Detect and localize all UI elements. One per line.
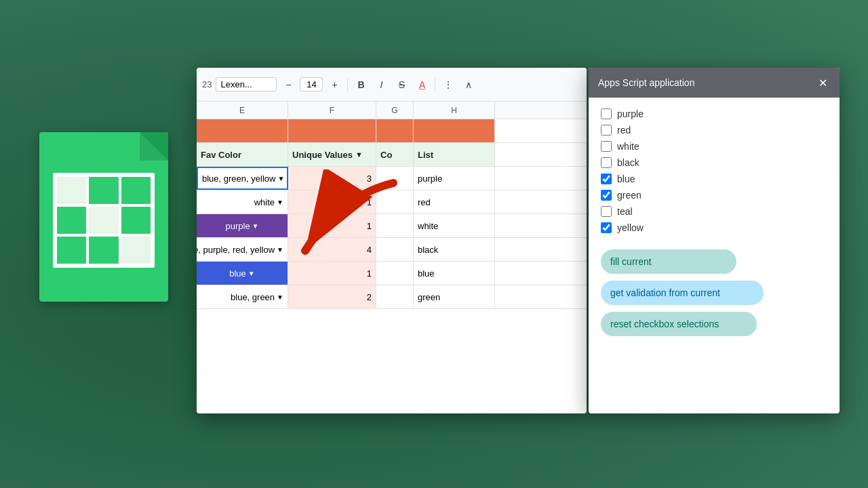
checkbox-black-input[interactable] bbox=[601, 157, 612, 168]
checkbox-teal: teal bbox=[601, 206, 827, 217]
list-header: List bbox=[414, 143, 495, 166]
formatting-toolbar: 23 Lexen... − 14 + B I S A ⋮ ∧ bbox=[197, 68, 587, 102]
orange-header-row bbox=[197, 119, 587, 143]
unique-cell-3: 1 bbox=[288, 214, 376, 237]
filter-icon-f[interactable]: ▼ bbox=[355, 150, 363, 159]
checkbox-purple-label: purple bbox=[617, 108, 644, 119]
table-row: purple ▼ 1 white bbox=[197, 214, 587, 238]
list-cell-2: red bbox=[414, 190, 495, 214]
underline-button[interactable]: A bbox=[413, 76, 431, 94]
dropdown-arrow-6[interactable]: ▼ bbox=[277, 293, 283, 301]
dropdown-arrow-4[interactable]: ▼ bbox=[277, 246, 283, 253]
reset-checkbox-button[interactable]: reset checkbox selections bbox=[601, 312, 757, 336]
unique-cell-5: 1 bbox=[288, 262, 376, 285]
g-cell-3 bbox=[376, 214, 414, 237]
orange-cell-h bbox=[414, 119, 495, 142]
checkbox-red-label: red bbox=[617, 125, 631, 136]
col-f-header: F bbox=[288, 102, 376, 119]
unique-cell-6: 2 bbox=[288, 285, 376, 308]
fav-color-cell-4[interactable]: te, purple, red, yellow ▼ bbox=[197, 238, 288, 261]
list-cell-3: white bbox=[414, 214, 495, 237]
checkbox-black: black bbox=[601, 157, 827, 168]
list-cell-1: purple bbox=[414, 167, 495, 190]
apps-script-panel: Apps Script application ✕ purple red whi… bbox=[589, 68, 840, 413]
bold-button[interactable]: B bbox=[352, 76, 370, 94]
get-validation-button[interactable]: get validation from current bbox=[601, 281, 764, 305]
panel-title: Apps Script application bbox=[598, 77, 694, 88]
more-options-button[interactable]: ⋮ bbox=[439, 76, 457, 94]
dropdown-arrow-1[interactable]: ▼ bbox=[277, 175, 284, 182]
font-decrease-button[interactable]: − bbox=[279, 76, 297, 94]
checkbox-yellow-input[interactable] bbox=[601, 222, 612, 233]
list-cell-4: black bbox=[414, 238, 495, 261]
unique-cell-1: 3 bbox=[288, 167, 376, 190]
checkbox-blue-input[interactable] bbox=[601, 174, 612, 184]
g-cell-2 bbox=[376, 190, 414, 214]
checkbox-green: green bbox=[601, 190, 827, 201]
sheets-app-icon bbox=[39, 132, 182, 315]
dropdown-arrow-2[interactable]: ▼ bbox=[277, 199, 283, 206]
table-row: blue, green ▼ 2 green bbox=[197, 285, 587, 309]
toolbar-separator-2 bbox=[435, 78, 435, 92]
dropdown-arrow-5[interactable]: ▼ bbox=[248, 270, 255, 277]
table-row: white ▼ 1 red bbox=[197, 190, 587, 214]
list-cell-5: blue bbox=[414, 262, 495, 285]
g-cell-4 bbox=[376, 238, 414, 261]
checkbox-purple-input[interactable] bbox=[601, 108, 612, 119]
panel-header: Apps Script application ✕ bbox=[589, 68, 840, 98]
checkbox-blue-label: blue bbox=[617, 174, 635, 184]
font-size-display: 14 bbox=[300, 77, 323, 92]
col-e-header: E bbox=[197, 102, 288, 119]
col-h-header: H bbox=[414, 102, 495, 119]
font-selector[interactable]: Lexen... bbox=[216, 77, 277, 92]
checkbox-white-input[interactable] bbox=[601, 141, 612, 152]
unique-cell-2: 1 bbox=[288, 190, 376, 214]
checkbox-teal-input[interactable] bbox=[601, 206, 612, 217]
orange-cell-e bbox=[197, 119, 288, 142]
table-row: blue, green, yellow ▼ 3 purple bbox=[197, 167, 587, 190]
fav-color-cell-6[interactable]: blue, green ▼ bbox=[197, 285, 288, 308]
orange-cell-f bbox=[288, 119, 376, 142]
underline-icon: A bbox=[418, 79, 425, 90]
fill-current-button[interactable]: fill current bbox=[601, 249, 736, 274]
italic-button[interactable]: I bbox=[372, 76, 390, 94]
strikethrough-button[interactable]: S bbox=[393, 76, 410, 94]
checkbox-green-label: green bbox=[617, 190, 642, 201]
checkbox-purple: purple bbox=[601, 108, 827, 119]
checkbox-blue: blue bbox=[601, 174, 827, 184]
spreadsheet-window: 23 Lexen... − 14 + B I S A ⋮ ∧ E F G H F… bbox=[197, 68, 587, 413]
checkbox-white-label: white bbox=[617, 141, 639, 152]
checkbox-green-input[interactable] bbox=[601, 190, 612, 201]
list-cell-6: green bbox=[414, 285, 495, 308]
g-cell-1 bbox=[376, 167, 414, 190]
dropdown-arrow-3[interactable]: ▼ bbox=[252, 222, 259, 230]
fav-color-cell-2[interactable]: white ▼ bbox=[197, 190, 288, 214]
checkbox-yellow-label: yellow bbox=[617, 222, 644, 233]
orange-cell-g bbox=[376, 119, 414, 142]
column-headers: E F G H bbox=[197, 102, 587, 119]
fav-color-cell-5[interactable]: blue ▼ bbox=[197, 262, 288, 285]
font-increase-button[interactable]: + bbox=[326, 76, 343, 94]
row-number: 23 bbox=[202, 79, 212, 89]
checkbox-red-input[interactable] bbox=[601, 125, 612, 136]
fav-color-cell-3[interactable]: purple ▼ bbox=[197, 214, 288, 237]
col-header: Co bbox=[376, 143, 414, 166]
g-cell-6 bbox=[376, 285, 414, 308]
fav-color-header: Fav Color bbox=[197, 143, 288, 166]
checkbox-white: white bbox=[601, 141, 827, 152]
table-row: te, purple, red, yellow ▼ 4 black bbox=[197, 238, 587, 262]
label-row: Fav Color Unique Values ▼ Co List bbox=[197, 143, 587, 167]
col-g-header: G bbox=[376, 102, 414, 119]
panel-divider bbox=[601, 239, 827, 249]
collapse-button[interactable]: ∧ bbox=[460, 76, 477, 94]
unique-values-header: Unique Values ▼ bbox=[288, 143, 376, 166]
panel-close-button[interactable]: ✕ bbox=[816, 74, 830, 92]
checkbox-red: red bbox=[601, 125, 827, 136]
panel-content: purple red white black blue green teal bbox=[589, 98, 840, 354]
g-cell-5 bbox=[376, 262, 414, 285]
unique-cell-4: 4 bbox=[288, 238, 376, 261]
checkbox-yellow: yellow bbox=[601, 222, 827, 233]
table-row: blue ▼ 1 blue bbox=[197, 262, 587, 285]
fav-color-cell-1[interactable]: blue, green, yellow ▼ bbox=[197, 167, 288, 190]
toolbar-separator-1 bbox=[347, 78, 348, 92]
